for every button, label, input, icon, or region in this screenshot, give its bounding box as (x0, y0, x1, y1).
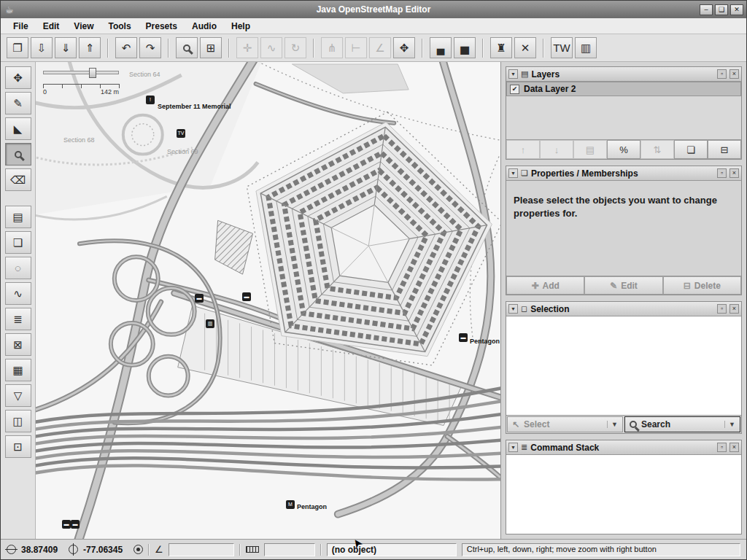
latitude-icon (7, 545, 16, 554)
commands-toggle[interactable]: ≣ (5, 308, 31, 330)
josm-window: ☕ Java OpenStreetMap Editor – ❑ ✕ FileEd… (0, 0, 747, 560)
selection-panel: ▼ ◻ Selection ▫ × ↖ Select ▼ (506, 301, 742, 434)
pin-icon[interactable]: ▫ (717, 69, 727, 79)
properties-panel: ▼ ❏ Properties / Memberships ▫ × Please … (506, 166, 742, 295)
pin-icon[interactable]: ▫ (717, 304, 727, 314)
select-button[interactable]: ↖ Select ▼ (507, 416, 623, 432)
compass-icon (133, 545, 143, 554)
close-icon[interactable]: × (729, 69, 739, 79)
selection-panel-header: ▼ ◻ Selection ▫ × (506, 302, 741, 316)
layer-delete-button[interactable]: ⊟ (708, 140, 741, 159)
menu-help[interactable]: Help (225, 20, 257, 33)
conflicts-toggle[interactable]: ⊠ (5, 333, 31, 356)
pin-icon[interactable]: ▫ (717, 443, 727, 452)
zoom-tool[interactable] (5, 143, 31, 166)
open-button[interactable]: ❐ (7, 37, 28, 58)
search-icon (630, 421, 637, 428)
layers-panel-header: ▼ ▤ Layers ▫ × (506, 67, 741, 82)
selection-list[interactable] (506, 316, 741, 416)
menu-audio[interactable]: Audio (185, 20, 223, 33)
statusbar-help: Ctrl+up, left, down, right; move zoom wi… (462, 543, 740, 556)
layer-activate-button[interactable]: ⇅ (640, 140, 674, 159)
map-canvas[interactable]: Section 64September 11 MemorialSection 6… (36, 62, 500, 539)
close-icon[interactable]: × (729, 443, 739, 452)
connect-way-tool-button[interactable]: ∿ (260, 37, 282, 58)
scale-max-label: 142 m (101, 88, 119, 96)
refresh-button[interactable]: ↻ (285, 37, 306, 58)
filter-toggle[interactable]: ▽ (5, 384, 31, 407)
layer-row[interactable]: ✔ Data Layer 2 (506, 82, 741, 96)
menu-file[interactable]: File (7, 20, 35, 33)
search-button[interactable]: Search ▼ (624, 416, 740, 432)
edit-button[interactable]: ✎ Edit (584, 276, 662, 295)
wiki-button[interactable]: TW (551, 37, 573, 58)
statusbar: 38.87409 -77.06345 ∠ (no object) Ctrl+up… (1, 539, 746, 559)
selection-toggle[interactable]: ◌ (5, 257, 31, 279)
orthogonalize-button[interactable]: ∠ (369, 37, 391, 58)
delete-button[interactable]: ⊟ Delete (663, 276, 741, 295)
stats-button[interactable]: ▥ (575, 37, 597, 58)
menu-presets[interactable]: Presets (139, 20, 184, 33)
collapse-icon[interactable]: ▼ (508, 304, 518, 314)
undo-button[interactable]: ↶ (115, 37, 137, 58)
pan-tool-button[interactable]: ✥ (393, 37, 415, 58)
delete-tool[interactable]: ⌫ (5, 168, 31, 191)
upload-button[interactable]: ⇑ (79, 37, 101, 58)
selection-panel-title: Selection (530, 304, 569, 314)
move-node-tool-button[interactable]: ✛ (236, 37, 258, 58)
command-stack-panel-title: Command Stack (530, 443, 599, 453)
search-button-label: Search (641, 419, 670, 429)
validator-toggle[interactable]: ▦ (5, 359, 31, 381)
car-routes-button[interactable]: ▄ (430, 37, 452, 58)
zoom-slider[interactable] (43, 71, 119, 74)
layer-down-button[interactable]: ↓ (540, 140, 573, 159)
select-move-tool[interactable]: ✥ (5, 66, 31, 89)
collapse-icon[interactable]: ▼ (508, 168, 518, 178)
preferences-button[interactable]: ⊞ (200, 37, 222, 58)
redo-button[interactable]: ↷ (139, 37, 161, 58)
relations-toggle[interactable]: ∿ (5, 282, 31, 305)
close-icon[interactable]: × (729, 304, 739, 314)
close-icon[interactable]: × (729, 168, 739, 178)
pin-icon[interactable]: ▫ (717, 168, 727, 178)
collapse-icon[interactable]: ▼ (508, 443, 518, 452)
layer-visibility-icon[interactable]: ✔ (510, 85, 519, 94)
save-button[interactable]: ⇩ (31, 37, 53, 58)
delete-button-label: Delete (694, 281, 721, 291)
notes-toggle[interactable]: ⊡ (5, 435, 31, 458)
download-button[interactable]: ⇓ (55, 37, 77, 58)
structures-button[interactable]: ♜ (490, 37, 512, 58)
split-way-button[interactable]: ⋔ (321, 37, 343, 58)
zoom-slider-handle[interactable] (89, 68, 96, 78)
menu-view[interactable]: View (67, 20, 100, 33)
angle-field (169, 543, 234, 556)
zoom-slider-track[interactable] (43, 71, 119, 74)
bus-routes-button[interactable]: ▅ (454, 37, 476, 58)
layer-opacity-button[interactable]: % (607, 140, 640, 159)
zoom-to-selection-button[interactable] (176, 37, 198, 58)
titlebar[interactable]: ☕ Java OpenStreetMap Editor – ❑ ✕ (1, 1, 746, 18)
layers-list[interactable]: ✔ Data Layer 2 (506, 82, 741, 140)
unglue-button[interactable]: ⊢ (345, 37, 367, 58)
pencil-icon: ✎ (610, 281, 617, 291)
layer-up-button[interactable]: ↑ (506, 140, 540, 159)
layer-duplicate-button[interactable]: ❏ (674, 140, 708, 159)
changeset-toggle[interactable]: ◫ (5, 410, 31, 432)
close-button[interactable]: ✕ (730, 4, 743, 15)
menu-edit[interactable]: Edit (36, 20, 66, 33)
collapse-icon[interactable]: ▼ (508, 69, 518, 79)
longitude-value: -77.06345 (83, 545, 123, 555)
angle-measure-tool[interactable]: ◣ (5, 117, 31, 140)
command-stack-panel: ▼ ≣ Command Stack ▫ × (506, 440, 742, 534)
layers-toggle[interactable]: ▤ (5, 206, 31, 228)
add-button-label: Add (543, 281, 560, 291)
minimize-button[interactable]: – (700, 4, 713, 15)
properties-toggle[interactable]: ❏ (5, 231, 31, 254)
command-stack-list[interactable] (506, 455, 741, 534)
layer-merge-button[interactable]: ▤ (573, 140, 607, 159)
menu-tools[interactable]: Tools (101, 20, 137, 33)
maximize-button[interactable]: ❑ (715, 4, 728, 15)
draw-node-tool[interactable]: ✎ (5, 92, 31, 114)
add-button[interactable]: ✚ Add (506, 276, 584, 295)
close-tool-button[interactable]: ✕ (514, 37, 536, 58)
